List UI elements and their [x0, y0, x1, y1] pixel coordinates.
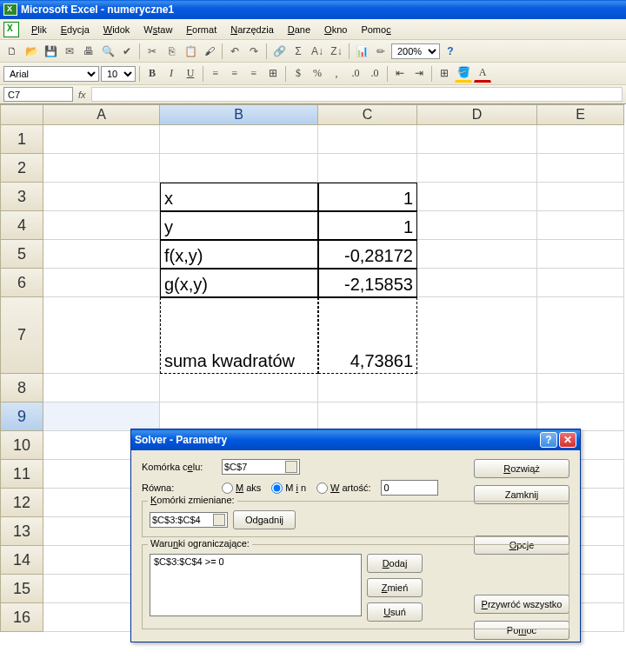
cell-C3[interactable]: 1	[318, 183, 417, 211]
cell-B4[interactable]: y	[160, 211, 318, 240]
cut-icon[interactable]: ✂	[143, 43, 161, 60]
row-head-5[interactable]: 5	[0, 240, 43, 269]
solve-button[interactable]: Rozwiąż	[474, 459, 569, 478]
cell-B2[interactable]	[160, 154, 318, 183]
radio-max[interactable]: Maks	[222, 482, 261, 494]
target-cell-input[interactable]: $C$7	[222, 459, 300, 475]
menu-window[interactable]: Okno	[317, 23, 354, 37]
menu-tools[interactable]: Narzędzia	[223, 23, 281, 37]
row-head-12[interactable]: 12	[0, 489, 43, 517]
cell-D7[interactable]	[417, 297, 537, 374]
row-head-1[interactable]: 1	[0, 125, 43, 154]
cell-E4[interactable]	[537, 211, 624, 240]
italic-button[interactable]: I	[163, 65, 180, 83]
cell-C5[interactable]: -0,28172	[318, 240, 417, 269]
cell-C2[interactable]	[318, 154, 417, 183]
borders-icon[interactable]: ⊞	[436, 65, 453, 83]
select-all-corner[interactable]	[0, 104, 43, 125]
add-constraint-button[interactable]: Dodaj	[367, 554, 423, 573]
preview-icon[interactable]: 🔍	[99, 43, 117, 60]
cell-E8[interactable]	[537, 374, 624, 403]
cell-B6[interactable]: g(x,y)	[160, 269, 318, 297]
cell-E2[interactable]	[537, 154, 624, 183]
font-name-select[interactable]: Arial	[3, 66, 99, 82]
col-head-A[interactable]: A	[43, 104, 160, 125]
mail-icon[interactable]: ✉	[61, 43, 78, 60]
dialog-help-icon[interactable]: ?	[540, 432, 557, 448]
dialog-close-icon[interactable]: ✕	[559, 432, 576, 448]
cell-D8[interactable]	[417, 374, 537, 403]
row-head-13[interactable]: 13	[0, 517, 43, 546]
autosum-icon[interactable]: Σ	[290, 43, 307, 60]
row-head-3[interactable]: 3	[0, 183, 43, 211]
undo-icon[interactable]: ↶	[226, 43, 243, 60]
cell-A6[interactable]	[43, 269, 160, 297]
decrease-indent-icon[interactable]: ⇤	[391, 65, 409, 83]
cell-A1[interactable]	[43, 125, 160, 154]
hyperlink-icon[interactable]: 🔗	[270, 43, 288, 60]
col-head-E[interactable]: E	[537, 104, 624, 125]
cell-B7[interactable]: suma kwadratów	[160, 297, 318, 374]
cell-E6[interactable]	[537, 269, 624, 297]
fx-label[interactable]: fx	[78, 90, 86, 100]
cell-B5[interactable]: f(x,y)	[160, 240, 318, 269]
menu-data[interactable]: Dane	[281, 23, 317, 37]
row-head-8[interactable]: 8	[0, 374, 43, 403]
align-right-icon[interactable]: ≡	[245, 65, 263, 83]
align-left-icon[interactable]: ≡	[207, 65, 224, 83]
cell-E9[interactable]	[537, 403, 624, 431]
cell-E7[interactable]	[537, 297, 624, 374]
cell-D4[interactable]	[417, 211, 537, 240]
menu-edit[interactable]: Edycja	[54, 23, 97, 37]
decrease-decimal-icon[interactable]: .0	[366, 65, 383, 83]
dialog-titlebar[interactable]: Solver - Parametry ? ✕	[131, 429, 580, 450]
formula-bar[interactable]	[91, 87, 623, 102]
menu-file[interactable]: Plik	[24, 23, 54, 37]
increase-indent-icon[interactable]: ⇥	[410, 65, 428, 83]
zoom-select[interactable]: 200%	[391, 43, 440, 59]
delete-constraint-button[interactable]: Usuń	[367, 602, 423, 622]
cell-D2[interactable]	[417, 154, 537, 183]
cell-E1[interactable]	[537, 125, 624, 154]
spell-icon[interactable]: ✔	[118, 43, 136, 60]
cell-C1[interactable]	[318, 125, 417, 154]
copy-icon[interactable]: ⎘	[163, 43, 180, 60]
col-head-C[interactable]: C	[318, 104, 417, 125]
cell-C8[interactable]	[318, 374, 417, 403]
underline-button[interactable]: U	[182, 65, 199, 83]
value-input[interactable]	[381, 480, 438, 496]
format-painter-icon[interactable]: 🖌	[201, 43, 218, 60]
refedit-icon[interactable]	[285, 461, 297, 473]
col-head-B[interactable]: B	[160, 104, 318, 125]
cell-D1[interactable]	[417, 125, 537, 154]
increase-decimal-icon[interactable]: .0	[347, 65, 364, 83]
drawing-icon[interactable]: ✏	[372, 43, 390, 60]
redo-icon[interactable]: ↷	[245, 43, 263, 60]
open-icon[interactable]: 📂	[23, 43, 40, 60]
cell-C6[interactable]: -2,15853	[318, 269, 417, 297]
row-head-4[interactable]: 4	[0, 211, 43, 240]
cell-B3[interactable]: x	[160, 183, 318, 211]
font-size-select[interactable]: 10	[101, 66, 136, 82]
percent-icon[interactable]: %	[309, 65, 326, 83]
col-head-D[interactable]: D	[417, 104, 537, 125]
name-box[interactable]: C7	[3, 87, 73, 102]
row-head-16[interactable]: 16	[0, 603, 43, 632]
cell-A5[interactable]	[43, 240, 160, 269]
cell-B9[interactable]	[160, 403, 318, 431]
sort-desc-icon[interactable]: Z↓	[328, 43, 345, 60]
comma-icon[interactable]: ,	[328, 65, 345, 83]
guess-button[interactable]: Odgadnij	[233, 510, 296, 529]
workbook-icon[interactable]	[3, 22, 19, 37]
help-icon[interactable]: ?	[442, 43, 459, 60]
cell-B1[interactable]	[160, 125, 318, 154]
bold-button[interactable]: B	[143, 65, 161, 83]
menu-insert[interactable]: Wstaw	[137, 23, 179, 37]
change-constraint-button[interactable]: Zmień	[367, 578, 423, 597]
print-icon[interactable]: 🖶	[80, 43, 97, 60]
cell-A9[interactable]	[43, 403, 160, 431]
row-head-2[interactable]: 2	[0, 154, 43, 183]
align-center-icon[interactable]: ≡	[226, 65, 243, 83]
cell-A3[interactable]	[43, 183, 160, 211]
changing-cells-input[interactable]: $C$3:$C$4	[150, 512, 228, 528]
